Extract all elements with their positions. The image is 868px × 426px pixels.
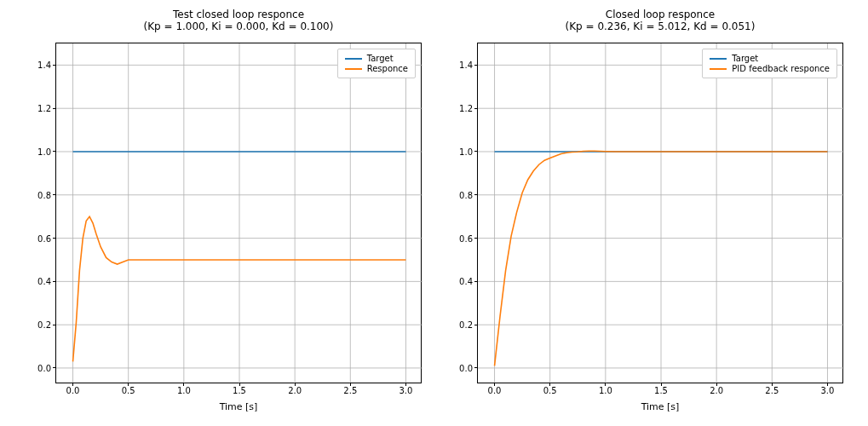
ytick-label: 0.8 xyxy=(459,190,478,199)
xtick-label: 1.0 xyxy=(599,383,612,395)
xtick-label: 0.0 xyxy=(488,383,502,395)
legend-label: Target xyxy=(732,54,758,63)
xtick-label: 1.5 xyxy=(233,383,246,395)
ytick-label: 0.4 xyxy=(37,277,56,286)
ytick-label: 1.0 xyxy=(37,147,56,156)
legend-label: PID feedback responce xyxy=(732,64,830,73)
ytick-label: 1.2 xyxy=(459,104,478,113)
ytick-label: 0.2 xyxy=(37,320,56,330)
subplot-left: Test closed loop responce (Kp = 1.000, K… xyxy=(55,43,422,383)
xtick-label: 0.5 xyxy=(543,383,557,395)
legend-item: PID feedback responce xyxy=(710,64,830,73)
ytick-label: 1.0 xyxy=(459,147,478,156)
xtick-label: 2.0 xyxy=(710,383,723,395)
ytick-label: 0.6 xyxy=(37,233,56,243)
xtick-label: 2.5 xyxy=(765,383,779,395)
subplot-right: Closed loop responce (Kp = 0.236, Ki = 5… xyxy=(477,43,843,383)
xtick-label: 0.0 xyxy=(66,383,80,395)
legend-item: Target xyxy=(710,54,830,63)
xtick-label: 1.5 xyxy=(654,383,668,395)
ytick-label: 0.0 xyxy=(37,363,56,372)
x-axis-label: Time [s] xyxy=(477,401,843,412)
xtick-label: 0.5 xyxy=(122,383,135,395)
legend-swatch xyxy=(710,68,727,70)
xtick-label: 2.5 xyxy=(343,383,357,395)
ytick-label: 0.0 xyxy=(459,363,478,372)
title-line-2: (Kp = 1.000, Ki = 0.000, Kd = 0.100) xyxy=(144,20,334,32)
legend-swatch xyxy=(710,58,727,60)
legend-label: Target xyxy=(367,54,394,63)
ytick-label: 1.2 xyxy=(37,104,56,113)
legend-item: Responce xyxy=(345,64,408,73)
ytick-label: 1.4 xyxy=(459,60,478,70)
figure: Test closed loop responce (Kp = 1.000, K… xyxy=(0,0,868,426)
xtick-label: 3.0 xyxy=(400,383,413,395)
ytick-label: 0.8 xyxy=(37,190,56,199)
ytick-label: 0.6 xyxy=(459,233,478,243)
chart-title: Closed loop responce (Kp = 0.236, Ki = 5… xyxy=(477,9,843,32)
legend-swatch xyxy=(345,58,362,60)
title-line-1: Test closed loop responce xyxy=(173,9,304,20)
ytick-label: 1.4 xyxy=(37,60,56,70)
legend: TargetPID feedback responce xyxy=(702,49,837,78)
plot-svg xyxy=(56,43,423,384)
ytick-label: 0.2 xyxy=(459,320,478,330)
xtick-label: 3.0 xyxy=(821,383,835,395)
ytick-label: 0.4 xyxy=(459,277,478,286)
title-line-2: (Kp = 0.236, Ki = 5.012, Kd = 0.051) xyxy=(566,20,756,32)
chart-title: Test closed loop responce (Kp = 1.000, K… xyxy=(55,9,422,32)
legend-swatch xyxy=(345,68,362,70)
xtick-label: 1.0 xyxy=(177,383,191,395)
axes: TargetPID feedback responce 0.00.51.01.5… xyxy=(477,43,843,383)
legend: TargetResponce xyxy=(337,49,416,78)
xtick-label: 2.0 xyxy=(288,383,302,395)
plot-svg xyxy=(478,43,844,384)
legend-item: Target xyxy=(345,54,408,63)
x-axis-label: Time [s] xyxy=(55,401,422,412)
axes: TargetResponce 0.00.51.01.52.02.53.00.00… xyxy=(55,43,422,383)
legend-label: Responce xyxy=(367,64,408,73)
title-line-1: Closed loop responce xyxy=(606,9,715,20)
